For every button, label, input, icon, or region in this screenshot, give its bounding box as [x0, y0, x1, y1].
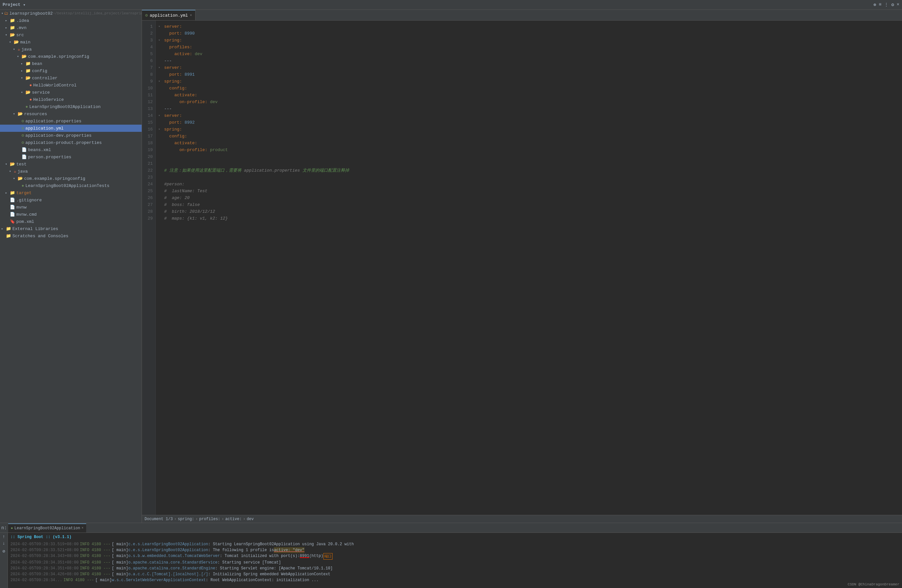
log-msg-suffix-2: (http)	[309, 553, 323, 559]
tab-application-yml[interactable]: ⚙ application.yml ×	[142, 10, 196, 20]
sidebar-item-java[interactable]: ▾☕java	[0, 46, 142, 53]
fold-icon-3[interactable]: ▾	[158, 37, 163, 44]
sidebar-item-idea[interactable]: ▸📁.idea	[0, 17, 142, 24]
sidebar-item-main[interactable]: ▾📂main	[0, 39, 142, 46]
fold-icon-14[interactable]: ▾	[158, 112, 163, 119]
log-logger-2: o.s.b.w.embedded.tomcat.TomcatWebServer	[128, 553, 220, 559]
sidebar-item-appyml[interactable]: ⚙application.yml	[0, 125, 142, 132]
code-seg-19-1: product	[210, 147, 228, 153]
sidebar-item-personprops[interactable]: 📄person.properties	[0, 153, 142, 161]
sidebar-item-gitignore[interactable]: 📄.gitignore	[0, 196, 142, 203]
sidebar-item-bean[interactable]: ▸📁bean	[0, 60, 142, 67]
fold-icon-9[interactable]: ▾	[158, 78, 163, 85]
status-sep-3: ›	[222, 517, 224, 521]
item-label-mvnwcmd: mvnw.cmd	[16, 212, 36, 217]
item-label-pomxml: pom.xml	[16, 219, 34, 224]
sidebar-item-mvnw[interactable]: 📄mvnw	[0, 203, 142, 211]
sidebar-item-mvn[interactable]: ▸📁.mvn	[0, 24, 142, 31]
top-bar: Project ▾ ⊕ ≡ ⋮ ⚙ ×	[0, 0, 902, 10]
line-number-22: 22	[142, 167, 155, 174]
line-number-16: 16	[142, 126, 155, 133]
item-label-appprodprops: application-product.properties	[25, 140, 102, 145]
fold-icon-1[interactable]: ▾	[158, 23, 163, 30]
sidebar-item-ext-libs[interactable]: ▸📁External Libraries	[0, 225, 142, 232]
sidebar-item-beansxml[interactable]: 📄beans.xml	[0, 146, 142, 153]
file-icon-mvn: 📁	[10, 25, 15, 30]
fold-icon-2	[158, 30, 163, 37]
code-line-4: profiles:	[158, 44, 902, 50]
spring-banner: :: Spring Boot :: (v3.1.1)	[11, 534, 899, 540]
console-tab-app[interactable]: ● LearnSpringBoot02Application ×	[8, 523, 86, 533]
code-seg-2-1: 8990	[185, 30, 194, 37]
console-scroll-down[interactable]: ↓	[2, 541, 5, 546]
file-icon-main: 📂	[14, 39, 19, 45]
sidebar-item-controller[interactable]: ▾📂controller	[0, 74, 142, 81]
toolbar-icon-list[interactable]: ≡	[879, 2, 882, 8]
sidebar-item-mvnwcmd[interactable]: 📄mvnw.cmd	[0, 211, 142, 218]
sidebar-item-test-app[interactable]: ●LearnSpringBoot02ApplicationTests	[0, 182, 142, 189]
item-label-springapp: LearnSpringBoot02Application	[29, 105, 100, 109]
sidebar-item-src[interactable]: ▾📂src	[0, 31, 142, 39]
tab-close-application-yml[interactable]: ×	[190, 13, 192, 17]
sidebar-item-test-com[interactable]: ▾📂com.example.springconfig	[0, 175, 142, 182]
sidebar-item-resources[interactable]: ▾📂resources	[0, 110, 142, 117]
item-label-java: java	[22, 47, 32, 52]
sidebar-item-com[interactable]: ▾📂com.example.springconfig	[0, 53, 142, 60]
sidebar-item-test[interactable]: ▾📂test	[0, 161, 142, 168]
console-scroll-up[interactable]: ↑	[2, 534, 5, 540]
line-number-23: 23	[142, 174, 155, 181]
fold-icon-16[interactable]: ▾	[158, 126, 163, 133]
toolbar-icon-close[interactable]: ×	[897, 2, 899, 8]
log-line-0: 2024-02-05T09:28:33.519+08:00 INFO 4180 …	[11, 541, 899, 547]
file-icon-mvnwcmd: 📄	[10, 212, 15, 217]
code-line-18: activate:	[158, 140, 902, 147]
console-filter-icon[interactable]: ⊘	[2, 549, 5, 554]
sidebar-item-service[interactable]: ▾📂service	[0, 89, 142, 96]
console-tab-close[interactable]: ×	[81, 526, 83, 530]
sidebar-item-helloservice[interactable]: ●HelloService	[0, 96, 142, 103]
toolbar-icon-globe[interactable]: ⊕	[873, 2, 876, 8]
log-msg-0: : Starting LearnSpringBoot02Application …	[208, 541, 354, 547]
toolbar-icon-settings[interactable]: ⚙	[891, 2, 894, 8]
sidebar-item-root[interactable]: ▾🗂learnspringboot02 ~/Desktop/intellij_i…	[0, 10, 142, 17]
code-seg-2-0: port:	[164, 30, 185, 37]
fold-icon-7[interactable]: ▾	[158, 64, 163, 71]
item-label-helloworld: HelloWorldControl	[33, 83, 77, 88]
console-nav-up[interactable]: n:	[1, 525, 7, 530]
sidebar-item-springapp[interactable]: ●LearnSpringBoot02Application	[0, 103, 142, 110]
sidebar-item-helloworld[interactable]: ●HelloWorldControl	[0, 81, 142, 89]
file-icon-springapp: ●	[25, 105, 28, 109]
item-label-beansxml: beans.xml	[28, 147, 51, 152]
code-line-12: on-profile: dev	[158, 99, 902, 105]
item-label-scratches: Scratches and Consoles	[13, 234, 69, 239]
code-seg-5-1: dev	[195, 50, 202, 58]
sidebar-item-test-java[interactable]: ▾☕java	[0, 168, 142, 175]
code-content[interactable]: ▾server: port: 8990▾spring: profiles: ac…	[156, 20, 902, 515]
toolbar-icon-sort[interactable]: ⋮	[884, 2, 889, 8]
chevron-icon-service: ▾	[21, 91, 25, 94]
item-label-src: src	[16, 33, 24, 38]
sidebar-item-appprops[interactable]: ⚙application.properties	[0, 117, 142, 125]
line-number-1: 1	[142, 23, 155, 30]
file-icon-bean: 📁	[25, 61, 31, 66]
project-dropdown-icon[interactable]: ▾	[23, 2, 26, 8]
chevron-icon-ext-libs: ▸	[1, 227, 5, 231]
sidebar-item-config[interactable]: ▸📁config	[0, 67, 142, 74]
sidebar-item-scratches[interactable]: 📁Scratches and Consoles	[0, 232, 142, 239]
file-icon-root: 🗂	[4, 11, 8, 16]
sidebar-item-appprodprops[interactable]: ⚙application-product.properties	[0, 139, 142, 146]
log-port-note-2: 端口	[323, 553, 332, 560]
bottom-panel: n: ● LearnSpringBoot02Application × ↑ ↓ …	[0, 523, 902, 588]
code-line-29: # maps: {k1: v1, k2: 12}	[158, 215, 902, 222]
chevron-icon-test: ▾	[5, 162, 9, 166]
line-number-28: 28	[142, 208, 155, 215]
sidebar-item-target[interactable]: ▸📁target	[0, 189, 142, 196]
file-icon-appprops: ⚙	[22, 119, 24, 124]
item-label-ext-libs: External Libraries	[13, 227, 58, 231]
code-line-5: active: dev	[158, 50, 902, 58]
sidebar-item-appdevprops[interactable]: ⚙application-dev.properties	[0, 132, 142, 139]
sidebar-item-pomxml[interactable]: 🔖pom.xml	[0, 218, 142, 225]
code-seg-15-0: port:	[164, 119, 185, 126]
file-icon-helloworld: ●	[29, 83, 32, 88]
fold-icon-12	[158, 99, 163, 105]
